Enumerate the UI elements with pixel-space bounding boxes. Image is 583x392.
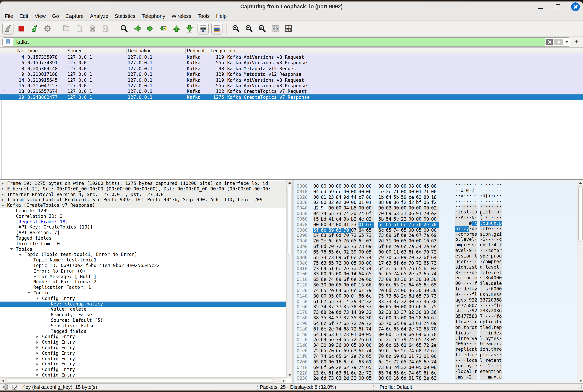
detail-row[interactable]: Topic Name: test-topic1: [0, 258, 286, 263]
ascii-char[interactable]: t: [455, 286, 458, 292]
ascii-char[interactable]: n: [488, 220, 491, 226]
detail-row[interactable]: Ethernet II, Src: 00:00:00_00:00:00 (00:…: [0, 186, 286, 192]
ascii-char[interactable]: ·: [463, 193, 466, 198]
ascii-char[interactable]: ·: [455, 182, 458, 188]
ascii-char[interactable]: y: [480, 254, 483, 259]
ascii-char[interactable]: ·: [483, 330, 486, 336]
ascii-char[interactable]: 6: [496, 297, 499, 303]
ascii-char[interactable]: r: [469, 336, 472, 342]
hex-row-01e0[interactable]: 01e07265706c69636174696f6e2e7468726frepl…: [293, 347, 578, 352]
auto-scroll-button[interactable]: [197, 22, 209, 34]
ascii-char[interactable]: 6: [488, 276, 491, 281]
ascii-char[interactable]: l: [483, 281, 486, 286]
ascii-char[interactable]: l: [474, 292, 477, 298]
ascii-char[interactable]: r: [474, 320, 477, 325]
packet-row-14[interactable]: 140.213915645127.0.0.1127.0.0.1Kafka119K…: [0, 77, 583, 83]
detail-row[interactable]: Topic (Topic=test-topic1, Error=No Error…: [0, 252, 286, 258]
ascii-char[interactable]: ·: [488, 254, 491, 259]
resize-grip[interactable]: [578, 385, 582, 390]
ascii-char[interactable]: ·: [496, 352, 499, 358]
ascii-char[interactable]: ·: [472, 204, 475, 210]
ascii-char[interactable]: ·: [494, 210, 496, 215]
ascii-char[interactable]: p: [466, 232, 469, 237]
ascii-char[interactable]: c: [488, 352, 491, 358]
ascii-char[interactable]: d: [494, 330, 496, 336]
ascii-char[interactable]: t: [491, 336, 494, 342]
ascii-char[interactable]: r: [494, 325, 496, 330]
ascii-char[interactable]: 7: [463, 314, 466, 320]
ascii-char[interactable]: n: [463, 264, 466, 270]
ascii-char[interactable]: ·: [472, 281, 475, 286]
ascii-char[interactable]: i: [488, 330, 491, 336]
ascii-char[interactable]: o: [461, 320, 464, 325]
expander-closed-icon[interactable]: [1, 188, 3, 190]
ascii-char[interactable]: ·: [472, 198, 475, 204]
ascii-char[interactable]: n: [499, 369, 502, 374]
ascii-char[interactable]: x: [499, 330, 502, 336]
ascii-char[interactable]: e: [496, 270, 499, 276]
ascii-char[interactable]: ·: [486, 330, 488, 336]
ascii-char[interactable]: [: [486, 193, 488, 198]
ascii-char[interactable]: ·: [466, 292, 469, 298]
detail-row[interactable]: Key: cleanup.policy: [0, 301, 286, 307]
ascii-char[interactable]: a: [491, 352, 494, 358]
ascii-char[interactable]: e: [466, 242, 469, 248]
detail-row[interactable]: Error Message: [ Null ]: [0, 274, 286, 280]
ascii-char[interactable]: 1: [488, 210, 491, 215]
ascii-char[interactable]: .: [472, 320, 475, 325]
ascii-char[interactable]: a: [472, 286, 475, 292]
ascii-char[interactable]: e: [496, 325, 499, 330]
ascii-char[interactable]: -: [486, 364, 488, 369]
ascii-char[interactable]: ·: [483, 303, 486, 308]
ascii-char[interactable]: ,: [483, 188, 486, 193]
ascii-char[interactable]: t: [463, 325, 466, 330]
ascii-char[interactable]: l: [483, 352, 486, 358]
ascii-char[interactable]: t: [466, 210, 469, 215]
ascii-char[interactable]: 0: [494, 308, 496, 314]
ascii-char[interactable]: a: [486, 220, 488, 226]
ascii-char[interactable]: c: [469, 347, 472, 352]
ascii-char[interactable]: ·: [499, 182, 502, 188]
scroll-up-arrow[interactable]: [287, 180, 292, 185]
ascii-char[interactable]: l: [496, 303, 499, 308]
detail-row[interactable]: Config Entry: [0, 334, 286, 340]
ascii-char[interactable]: ·: [491, 193, 494, 198]
ascii-char[interactable]: \: [486, 215, 488, 220]
ascii-char[interactable]: l: [466, 358, 469, 364]
ascii-char[interactable]: n: [461, 336, 464, 342]
ascii-char[interactable]: ·: [496, 226, 499, 232]
ascii-char[interactable]: n: [483, 242, 486, 248]
ascii-char[interactable]: ·: [480, 330, 483, 336]
ascii-char[interactable]: ·: [463, 215, 466, 220]
ascii-char[interactable]: s: [469, 242, 472, 248]
ascii-char[interactable]: ·: [486, 188, 488, 193]
ascii-char[interactable]: h: [466, 325, 469, 330]
hex-row-0060[interactable]: 0060f5bd41e49bb24e025b545c2200000000··A·…: [293, 215, 578, 220]
ascii-char[interactable]: 6: [463, 342, 466, 347]
ascii-char[interactable]: i: [463, 276, 466, 281]
ascii-char[interactable]: (: [494, 314, 496, 320]
menu-go[interactable]: Go: [49, 12, 62, 20]
ascii-char[interactable]: i: [458, 336, 461, 342]
ascii-char[interactable]: t: [499, 270, 502, 276]
ascii-char[interactable]: l: [463, 248, 466, 254]
ascii-char[interactable]: m: [463, 232, 466, 237]
ascii-char[interactable]: .: [480, 286, 483, 292]
ascii-char[interactable]: v: [491, 264, 494, 270]
hex-byte[interactable]: 32: [351, 376, 359, 382]
ascii-char[interactable]: .: [472, 369, 475, 374]
ascii-char[interactable]: o: [496, 254, 499, 259]
ascii-char[interactable]: e: [463, 352, 466, 358]
ascii-char[interactable]: ·: [461, 220, 464, 226]
ascii-char[interactable]: ·: [455, 215, 458, 220]
ascii-char[interactable]: ·: [486, 204, 488, 210]
ascii-char[interactable]: ·: [458, 220, 461, 226]
hex-row-0050[interactable]: 00500c746573742d746f70696331069170e2·tes…: [293, 210, 578, 215]
ascii-char[interactable]: a: [488, 342, 491, 347]
ascii-char[interactable]: ·: [461, 270, 464, 276]
ascii-char[interactable]: 7: [463, 303, 466, 308]
ascii-char[interactable]: ·: [480, 303, 483, 308]
ascii-char[interactable]: d: [472, 226, 475, 232]
ascii-char[interactable]: l: [486, 264, 488, 270]
ascii-char[interactable]: [: [480, 215, 483, 220]
